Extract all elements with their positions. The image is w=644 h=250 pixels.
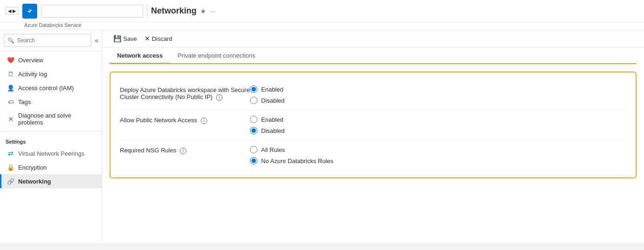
sidebar-item-vnet[interactable]: ⇄ Virtual Network Peerings <box>0 146 102 160</box>
main-container: 🔍 « ❤️ Overview 🗒 Activity log 👤 Access … <box>0 30 644 243</box>
diagnose-icon: ✕ <box>7 115 14 123</box>
top-bar: ◀ ▶ Networking ★ ··· <box>0 0 644 22</box>
sidebar-search-input[interactable] <box>4 34 91 47</box>
settings-section-label: Settings <box>0 133 102 146</box>
more-options-icon[interactable]: ··· <box>210 7 216 15</box>
pna-disabled-radio[interactable] <box>250 127 257 134</box>
pna-enabled-radio[interactable] <box>250 116 257 123</box>
vnet-icon: ⇄ <box>7 150 14 157</box>
scc-enabled-radio[interactable] <box>250 86 257 93</box>
sidebar-nav: ❤️ Overview 🗒 Activity log 👤 Access cont… <box>0 51 102 190</box>
networking-icon: 🔗 <box>7 178 14 185</box>
sidebar-item-label: Encryption <box>18 164 46 171</box>
form-row-scc: Deploy Azure Databricks workspace with S… <box>120 80 626 110</box>
pna-enabled-label: Enabled <box>261 116 283 123</box>
activity-log-icon: 🗒 <box>7 70 14 78</box>
discard-button[interactable]: ✕ Discard <box>141 33 176 44</box>
scc-disabled-option[interactable]: Disabled <box>250 97 285 104</box>
service-icon <box>22 4 37 19</box>
page-title: Networking <box>151 6 197 16</box>
nsg-all-option[interactable]: All Rules <box>250 146 333 153</box>
pna-radio-group: Enabled Disabled <box>250 116 285 134</box>
form-row-public-network: Allow Public Network Access i Enabled Di… <box>120 110 626 140</box>
scc-info-icon[interactable]: i <box>216 94 223 101</box>
forward-arrow[interactable]: ▶ <box>13 8 16 13</box>
save-button[interactable]: 💾 Save <box>110 33 141 44</box>
scc-disabled-label: Disabled <box>261 97 285 104</box>
sidebar-item-iam[interactable]: 👤 Access control (IAM) <box>0 81 102 95</box>
toolbar: 💾 Save ✕ Discard <box>102 30 644 47</box>
sidebar-item-diagnose[interactable]: ✕ Diagnose and solve problems <box>0 109 102 129</box>
sidebar-search-wrapper: 🔍 <box>4 34 91 47</box>
sidebar-divider <box>0 131 102 132</box>
scc-label: Deploy Azure Databricks workspace with S… <box>120 86 250 101</box>
encryption-icon: 🔒 <box>7 164 14 171</box>
collapse-sidebar-button[interactable]: « <box>93 36 100 45</box>
nsg-no-adb-radio[interactable] <box>250 157 257 164</box>
tabs: Network access Private endpoint connecti… <box>110 47 637 64</box>
pna-info-icon[interactable]: i <box>201 118 207 124</box>
pna-disabled-option[interactable]: Disabled <box>250 127 285 134</box>
sidebar-item-label: Access control (IAM) <box>18 85 74 92</box>
nsg-no-adb-label: No Azure Databricks Rules <box>261 158 333 164</box>
breadcrumb-search[interactable] <box>41 5 143 18</box>
iam-icon: 👤 <box>7 84 14 92</box>
scc-radio-group: Enabled Disabled <box>250 86 285 104</box>
service-label: Azure Databricks Service <box>24 22 82 28</box>
tab-network-access[interactable]: Network access <box>110 47 170 64</box>
top-bar-divider <box>147 5 147 18</box>
tab-private-endpoint[interactable]: Private endpoint connections <box>170 47 263 64</box>
nsg-info-icon[interactable]: i <box>180 148 186 154</box>
content-main: Network access Private endpoint connecti… <box>102 47 644 243</box>
favorite-icon[interactable]: ★ <box>200 7 206 15</box>
nsg-no-adb-option[interactable]: No Azure Databricks Rules <box>250 157 333 164</box>
back-arrow[interactable]: ◀ <box>8 8 12 13</box>
overview-icon: ❤️ <box>7 56 14 64</box>
scc-disabled-radio[interactable] <box>250 97 257 104</box>
sidebar-item-overview[interactable]: ❤️ Overview <box>0 53 102 67</box>
nsg-label: Required NSG Rules i <box>120 146 250 154</box>
sidebar-item-networking[interactable]: 🔗 Networking <box>0 174 102 188</box>
save-icon: 💾 <box>113 35 121 42</box>
pna-enabled-option[interactable]: Enabled <box>250 116 285 123</box>
sidebar-item-label: Overview <box>18 57 43 64</box>
pna-disabled-label: Disabled <box>261 127 285 134</box>
pna-label: Allow Public Network Access i <box>120 116 250 124</box>
sidebar-item-encryption[interactable]: 🔒 Encryption <box>0 160 102 174</box>
sidebar-item-label: Tags <box>18 99 31 105</box>
svg-point-1 <box>29 9 31 11</box>
nsg-radio-group: All Rules No Azure Databricks Rules <box>250 146 333 164</box>
content-area: 💾 Save ✕ Discard Network access Private … <box>102 30 644 243</box>
save-label: Save <box>123 35 137 42</box>
nsg-all-label: All Rules <box>261 146 285 153</box>
scc-enabled-label: Enabled <box>261 86 283 93</box>
sidebar-item-activity-log[interactable]: 🗒 Activity log <box>0 67 102 81</box>
discard-label: Discard <box>152 35 172 42</box>
panel-card: Deploy Azure Databricks workspace with S… <box>110 72 637 178</box>
sidebar-item-label: Activity log <box>18 71 47 78</box>
form-row-nsg: Required NSG Rules i All Rules No Azure … <box>120 140 626 170</box>
sidebar-search-area: 🔍 « <box>0 30 102 51</box>
sidebar: 🔍 « ❤️ Overview 🗒 Activity log 👤 Access … <box>0 30 102 243</box>
nav-arrows[interactable]: ◀ ▶ <box>6 7 19 15</box>
scc-enabled-option[interactable]: Enabled <box>250 86 285 93</box>
sidebar-item-label: Virtual Network Peerings <box>18 150 85 157</box>
sidebar-item-label: Diagnose and solve problems <box>18 112 96 126</box>
sidebar-item-label: Networking <box>18 178 51 185</box>
discard-icon: ✕ <box>145 35 150 42</box>
tags-icon: 🏷 <box>7 98 14 105</box>
nsg-all-radio[interactable] <box>250 146 257 153</box>
sidebar-item-tags[interactable]: 🏷 Tags <box>0 95 102 109</box>
